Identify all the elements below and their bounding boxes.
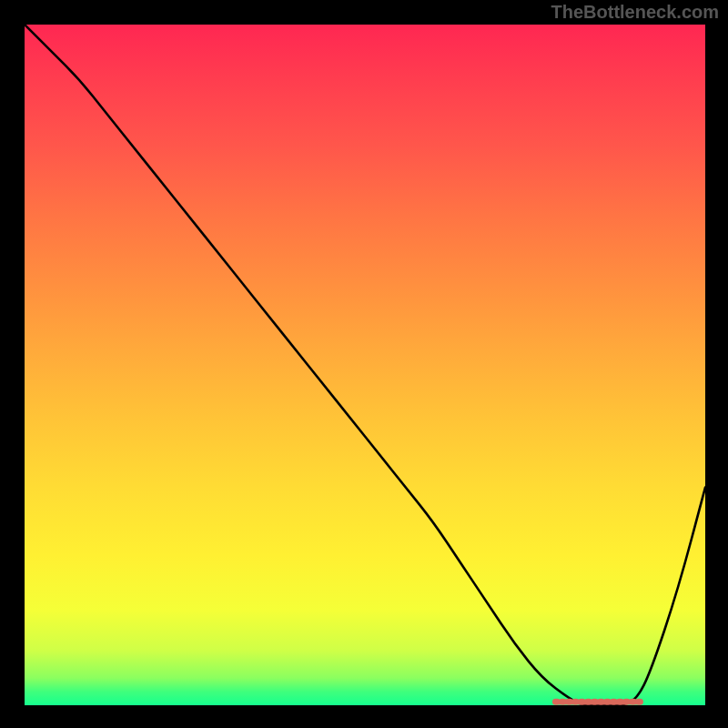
image-root: TheBottleneck.com bbox=[0, 0, 728, 728]
watermark-text: TheBottleneck.com bbox=[551, 2, 719, 23]
chart-area bbox=[25, 25, 705, 705]
chart-bottom-accent bbox=[25, 25, 705, 705]
